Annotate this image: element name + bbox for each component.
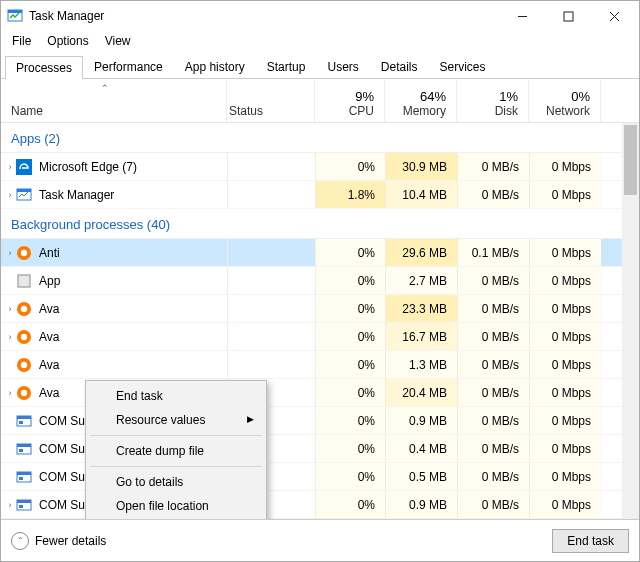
process-row[interactable]: › Anti 0% 29.6 MB 0.1 MB/s 0 Mbps (1, 239, 639, 267)
tab-details[interactable]: Details (370, 55, 429, 78)
cell-memory: 0.4 MB (385, 435, 457, 462)
cell-disk: 0 MB/s (457, 181, 529, 208)
chevron-right-icon: ▶ (247, 414, 254, 424)
process-name: Microsoft Edge (7) (37, 160, 223, 174)
header-disk[interactable]: 1%Disk (457, 79, 529, 122)
cell-memory: 2.7 MB (385, 267, 457, 294)
expand-icon[interactable]: › (1, 304, 15, 314)
cell-memory: 1.3 MB (385, 351, 457, 378)
tab-users[interactable]: Users (316, 55, 369, 78)
menu-view[interactable]: View (98, 33, 138, 49)
process-row[interactable]: App 0% 2.7 MB 0 MB/s 0 Mbps (1, 267, 639, 295)
tabbar: Processes Performance App history Startu… (1, 51, 639, 79)
process-icon (15, 159, 33, 175)
fewer-details-toggle[interactable]: ⌃ Fewer details (11, 532, 106, 550)
cell-memory: 29.6 MB (385, 239, 457, 266)
menu-file[interactable]: File (5, 33, 38, 49)
tab-processes[interactable]: Processes (5, 56, 83, 79)
scrollbar[interactable] (622, 123, 639, 519)
process-row[interactable]: Ava 0% 1.3 MB 0 MB/s 0 Mbps (1, 351, 639, 379)
process-list: Apps (2) › Microsoft Edge (7) 0% 30.9 MB… (1, 123, 639, 519)
context-menu: End task Resource values▶ Create dump fi… (85, 380, 267, 519)
ctx-go-to-details[interactable]: Go to details (88, 470, 264, 494)
ctx-search-online[interactable]: Search online (88, 518, 264, 519)
end-task-button[interactable]: End task (552, 529, 629, 553)
header-memory[interactable]: 64%Memory (385, 79, 457, 122)
cell-memory: 0.9 MB (385, 407, 457, 434)
cell-disk: 0.1 MB/s (457, 239, 529, 266)
cell-memory: 16.7 MB (385, 323, 457, 350)
cell-network: 0 Mbps (529, 295, 601, 322)
svg-rect-1 (8, 10, 22, 13)
expand-icon[interactable]: › (1, 190, 15, 200)
process-name: Task Manager (37, 188, 223, 202)
process-row[interactable]: › Ava 0% 16.7 MB 0 MB/s 0 Mbps (1, 323, 639, 351)
cell-network: 0 Mbps (529, 181, 601, 208)
svg-rect-31 (19, 505, 23, 508)
svg-rect-28 (19, 477, 23, 480)
cell-memory: 23.3 MB (385, 295, 457, 322)
sort-caret-icon: ⌃ (101, 83, 109, 93)
process-icon (15, 357, 33, 373)
cell-disk: 0 MB/s (457, 491, 529, 518)
process-icon (15, 441, 33, 457)
svg-rect-22 (19, 421, 23, 424)
ctx-end-task[interactable]: End task (88, 384, 264, 408)
tab-startup[interactable]: Startup (256, 55, 317, 78)
maximize-button[interactable] (545, 1, 591, 31)
header-name[interactable]: ⌃ Name (1, 79, 227, 122)
cell-memory: 10.4 MB (385, 181, 457, 208)
process-row[interactable]: › Microsoft Edge (7) 0% 30.9 MB 0 MB/s 0… (1, 153, 639, 181)
svg-point-19 (21, 389, 27, 395)
process-icon (15, 329, 33, 345)
cell-status (227, 267, 315, 294)
cell-status (227, 295, 315, 322)
svg-rect-30 (17, 500, 31, 503)
process-icon (15, 385, 33, 401)
process-icon (15, 187, 33, 203)
process-row[interactable]: › Ava 0% 23.3 MB 0 MB/s 0 Mbps (1, 295, 639, 323)
ctx-create-dump[interactable]: Create dump file (88, 439, 264, 463)
titlebar[interactable]: Task Manager (1, 1, 639, 31)
cell-cpu: 0% (315, 239, 385, 266)
header-network[interactable]: 0%Network (529, 79, 601, 122)
cell-disk: 0 MB/s (457, 295, 529, 322)
minimize-button[interactable] (499, 1, 545, 31)
expand-icon[interactable]: › (1, 248, 15, 258)
cell-disk: 0 MB/s (457, 379, 529, 406)
svg-rect-25 (19, 449, 23, 452)
cell-network: 0 Mbps (529, 491, 601, 518)
header-cpu[interactable]: 9%CPU (315, 79, 385, 122)
expand-icon[interactable]: › (1, 332, 15, 342)
column-headers: ⌃ Name Status 9%CPU 64%Memory 1%Disk 0%N… (1, 79, 639, 123)
svg-rect-8 (17, 189, 31, 192)
menu-options[interactable]: Options (40, 33, 95, 49)
cell-disk: 0 MB/s (457, 153, 529, 180)
tab-services[interactable]: Services (429, 55, 497, 78)
cell-status (227, 351, 315, 378)
tab-performance[interactable]: Performance (83, 55, 174, 78)
cell-cpu: 0% (315, 491, 385, 518)
ctx-resource-values[interactable]: Resource values▶ (88, 408, 264, 432)
cell-status (227, 323, 315, 350)
cell-network: 0 Mbps (529, 351, 601, 378)
cell-status (227, 181, 315, 208)
header-status[interactable]: Status (227, 79, 315, 122)
cell-network: 0 Mbps (529, 463, 601, 490)
ctx-open-location[interactable]: Open file location (88, 494, 264, 518)
svg-rect-24 (17, 444, 31, 447)
scrollbar-thumb[interactable] (624, 125, 637, 195)
cell-cpu: 0% (315, 407, 385, 434)
close-button[interactable] (591, 1, 637, 31)
process-row[interactable]: › Task Manager 1.8% 10.4 MB 0 MB/s 0 Mbp… (1, 181, 639, 209)
task-manager-window: Task Manager File Options View Processes… (0, 0, 640, 562)
expand-icon[interactable]: › (1, 388, 15, 398)
group-apps: Apps (2) (1, 123, 639, 153)
expand-icon[interactable]: › (1, 500, 15, 510)
svg-rect-27 (17, 472, 31, 475)
tab-apphistory[interactable]: App history (174, 55, 256, 78)
cell-disk: 0 MB/s (457, 407, 529, 434)
chevron-up-icon: ⌃ (11, 532, 29, 550)
cell-memory: 30.9 MB (385, 153, 457, 180)
expand-icon[interactable]: › (1, 162, 15, 172)
